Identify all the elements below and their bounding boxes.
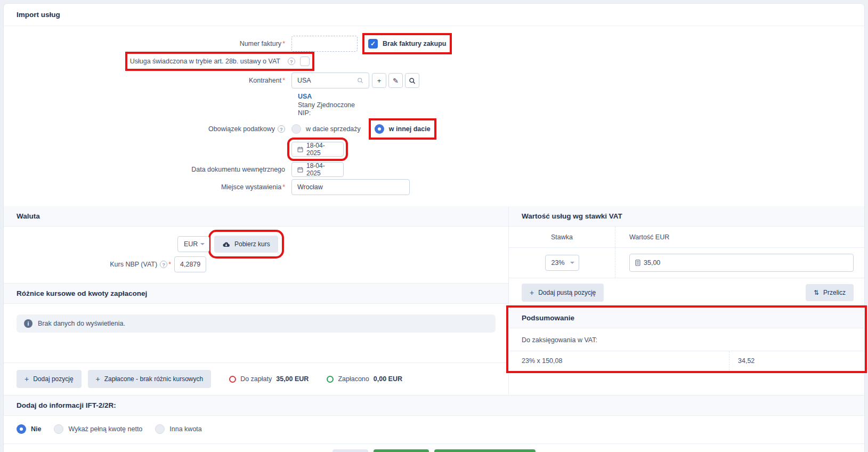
circle-red-icon: [229, 376, 236, 383]
checkbox-checked-icon[interactable]: ✓: [368, 39, 378, 49]
search-kontrahent-button[interactable]: [405, 73, 419, 88]
art28b-row: Usługa świadczona w trybie art. 28b. ust…: [4, 53, 864, 69]
radio-off-icon[interactable]: [155, 424, 165, 434]
podsumowanie-row-label: 23% x 150,08: [509, 351, 729, 370]
chevron-down-icon: [570, 262, 574, 264]
zaplacono-status: Zapłacono 0,00 EUR: [327, 375, 402, 383]
vat-section-header: Wartość usług wg stawki VAT: [509, 206, 864, 227]
brak-faktury-checkbox-group[interactable]: ✓ Brak faktury zakupu: [368, 39, 446, 49]
empty-data-alert: i Brak danych do wyświetlenia.: [17, 314, 496, 333]
radio-on-icon[interactable]: [17, 424, 26, 434]
plus-icon: +: [530, 288, 534, 297]
invoice-form: Numer faktury* ✓ Brak faktury zakupu Usł…: [4, 26, 864, 206]
search-icon: [357, 77, 363, 84]
kontrahent-nip: NIP:: [298, 109, 864, 117]
radio-nie[interactable]: Nie: [17, 424, 41, 434]
help-icon[interactable]: ?: [288, 58, 295, 65]
calendar-icon: [297, 167, 303, 173]
vat-table-footer: + Dodaj pustą pozycję ⇅ Przelicz: [509, 278, 864, 308]
required-mark: *: [168, 261, 171, 268]
add-kontrahent-button[interactable]: +: [372, 73, 386, 88]
required-mark: *: [282, 40, 285, 47]
numer-faktury-row: Numer faktury* ✓ Brak faktury zakupu: [4, 36, 864, 52]
art28b-checkbox[interactable]: [300, 57, 310, 66]
wartosc-eur-input[interactable]: 35,00: [629, 254, 854, 272]
zaplacone-button[interactable]: + Zapłacone - brak różnic kursowych: [88, 370, 212, 388]
waluta-body: EUR Pobierz kurs Kurs NBP (VAT)?* 4,287: [4, 227, 508, 283]
anuluj-button[interactable]: Anuluj: [332, 449, 368, 452]
plus-icon: +: [25, 375, 29, 383]
form-actions: Anuluj ✓ Zatwierdź ↦ Zatwierdź i dodaj k…: [4, 443, 864, 452]
radio-w-innej-dacie[interactable]: w innej dacie: [375, 124, 431, 134]
stawka-select[interactable]: 23%: [545, 255, 579, 271]
info-icon: i: [24, 319, 33, 328]
columns-area: Waluta EUR Pobierz kurs: [4, 206, 864, 395]
kontrahent-row: Kontrahent* USA + ✎: [4, 72, 864, 88]
pobierz-kurs-button[interactable]: Pobierz kurs: [214, 236, 278, 253]
kurs-nbp-label: Kurs NBP (VAT)?*: [4, 261, 174, 269]
vat-table-row: 23% 35,00: [509, 248, 864, 278]
podsumowanie-row: 23% x 150,08 34,52: [509, 351, 864, 370]
zatwierdz-button[interactable]: ✓ Zatwierdź: [374, 449, 428, 452]
kurs-nbp-input[interactable]: 4,2879: [174, 256, 206, 272]
radio-wykaz-pelna-kwote[interactable]: Wykaż pełną kwotę netto: [54, 424, 142, 434]
miejsce-input[interactable]: Wrocław: [291, 179, 410, 195]
ift-section-header: Dodaj do informacji IFT-2/2R:: [4, 395, 864, 416]
przelicz-button[interactable]: ⇅ Przelicz: [806, 284, 854, 301]
calendar-icon: [297, 147, 303, 152]
miejsce-row: Miejsce wystawienia* Wrocław: [4, 179, 864, 195]
obowiazek-label: Obowiązek podatkowy?: [4, 125, 291, 133]
kontrahent-country: Stany Zjednoczone: [298, 101, 864, 109]
help-icon[interactable]: ?: [160, 261, 167, 268]
pencil-icon: ✎: [393, 77, 399, 85]
required-mark: *: [282, 183, 285, 191]
podsumowanie-subtitle: Do zaksięgowania w VAT:: [509, 328, 864, 351]
dodaj-pozycje-button[interactable]: + Dodaj pozycję: [17, 370, 82, 388]
miejsce-label: Miejsce wystawienia*: [4, 183, 291, 191]
zatwierdz-i-dodaj-button[interactable]: ↦ Zatwierdź i dodaj kolejny: [434, 449, 536, 452]
stawka-column-header: Stawka: [509, 227, 615, 247]
empty-data-text: Brak danych do wyświetlenia.: [38, 320, 125, 327]
podsumowanie-section: Podsumowanie Do zaksięgowania w VAT: 23%…: [509, 308, 864, 370]
vat-table-header: Stawka Wartość EUR: [509, 227, 864, 248]
obowiazek-date-row: 18-04-2025: [4, 141, 864, 157]
brak-faktury-label: Brak faktury zakupu: [383, 40, 446, 47]
obowiazek-row: Obowiązek podatkowy? w dacie sprzedaży w…: [4, 121, 864, 137]
import-uslug-card: Import usług Numer faktury* ✓ Brak faktu…: [3, 3, 865, 452]
do-zaplaty-status: Do zapłaty 35,00 EUR: [229, 375, 309, 383]
plus-icon: +: [96, 375, 100, 383]
obowiazek-date-input[interactable]: 18-04-2025: [291, 142, 344, 157]
data-dokumentu-input[interactable]: 18-04-2025: [291, 162, 344, 177]
roznice-section-header: Różnice kursowe od kwoty zapłaconej: [4, 283, 508, 304]
currency-select[interactable]: EUR: [177, 236, 209, 252]
kontrahent-name-link[interactable]: USA: [298, 93, 864, 101]
chevron-down-icon: [200, 243, 205, 245]
radio-on-icon[interactable]: [375, 124, 384, 134]
page-title: Import usług: [4, 4, 864, 26]
circle-green-icon: [327, 376, 334, 383]
zaplacono-amount: 0,00 EUR: [374, 375, 402, 383]
kontrahent-details: USA Stany Zjednoczone NIP:: [298, 90, 864, 121]
required-mark: *: [282, 77, 285, 84]
numer-faktury-input[interactable]: [291, 36, 358, 52]
dodaj-pusta-pozycje-button[interactable]: + Dodaj pustą pozycję: [522, 284, 604, 302]
radio-off-icon[interactable]: [54, 424, 63, 434]
podsumowanie-header: Podsumowanie: [509, 308, 864, 328]
help-icon[interactable]: ?: [278, 125, 285, 133]
right-column: Wartość usług wg stawki VAT Stawka Warto…: [509, 206, 864, 395]
roznice-body: i Brak danych do wyświetlenia.: [4, 304, 508, 362]
podsumowanie-row-value: 34,52: [729, 351, 864, 370]
art28b-checkbox-group[interactable]: Usługa świadczona w trybie art. 28b. ust…: [130, 57, 310, 66]
data-dokumentu-label: Data dokumentu wewnętrznego: [4, 166, 291, 173]
search-icon: [409, 77, 416, 84]
numer-faktury-label: Numer faktury*: [4, 40, 291, 47]
art28b-label: Usługa świadczona w trybie art. 28b. ust…: [130, 58, 280, 65]
edit-kontrahent-button[interactable]: ✎: [388, 73, 403, 88]
plus-icon: +: [377, 77, 382, 85]
radio-off-icon[interactable]: [291, 124, 301, 134]
radio-w-dacie-sprzedazy[interactable]: w dacie sprzedaży: [291, 124, 361, 134]
radio-inna-kwota[interactable]: Inna kwota: [155, 424, 201, 434]
payments-toolbar: + Dodaj pozycję + Zapłacone - brak różni…: [4, 362, 508, 395]
do-zaplaty-amount: 35,00 EUR: [276, 375, 309, 383]
kontrahent-input[interactable]: USA: [291, 72, 369, 88]
